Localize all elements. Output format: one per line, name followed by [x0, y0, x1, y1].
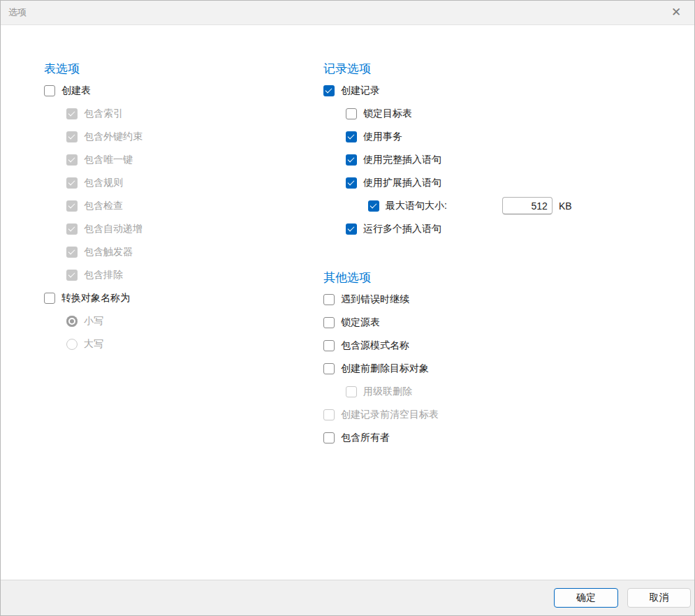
- option-label: 创建表: [61, 85, 91, 97]
- option-label: 锁定目标表: [363, 108, 412, 120]
- option-row: 使用扩展插入语句: [323, 171, 687, 194]
- dialog-title: 选项: [1, 6, 27, 19]
- cancel-button[interactable]: 取消: [627, 588, 691, 608]
- option-label: 包含触发器: [84, 246, 133, 258]
- checkbox-include-checks: [66, 200, 78, 212]
- options-dialog: 选项 ✕ 表选项 创建表 包含索引 包含外键约束 包含唯一键 包含规则 包含检查: [0, 0, 695, 616]
- close-icon[interactable]: ✕: [665, 1, 687, 24]
- option-label: 包含检查: [84, 200, 123, 212]
- option-row: 包含检查: [44, 194, 309, 217]
- checkbox-lock-source-tables[interactable]: [323, 317, 335, 328]
- option-label: 创建前删除目标对象: [341, 362, 429, 375]
- checkbox-include-auto-increment: [66, 223, 78, 235]
- option-row: 小写: [44, 309, 309, 332]
- option-label: 包含索引: [84, 108, 123, 120]
- checkbox-continue-on-error[interactable]: [323, 294, 335, 305]
- checkbox-create-table[interactable]: [44, 85, 55, 96]
- right-column: 记录选项 创建记录 锁定目标表 使用事务 使用完整插入语句 使用扩展插入语句 最…: [323, 61, 687, 449]
- titlebar: 选项 ✕: [1, 1, 694, 25]
- table-options-header: 表选项: [44, 61, 309, 78]
- checkbox-include-source-schema[interactable]: [323, 340, 335, 351]
- checkbox-use-transaction[interactable]: [346, 131, 357, 142]
- checkbox-include-triggers: [66, 247, 78, 258]
- option-row: 包含源模式名称: [323, 334, 687, 357]
- option-label: 使用事务: [363, 131, 402, 143]
- option-label: 锁定源表: [341, 316, 380, 329]
- option-row: 创建记录: [323, 79, 687, 102]
- checkbox-run-multiple-insert[interactable]: [346, 223, 357, 235]
- footer-bar: 确定 取消: [1, 580, 694, 615]
- checkbox-empty-target-before-records: [323, 409, 335, 420]
- checkbox-include-rules: [66, 177, 78, 189]
- option-label: 包含所有者: [341, 432, 390, 444]
- ok-button[interactable]: 确定: [554, 588, 618, 608]
- option-row: 包含唯一键: [44, 148, 309, 171]
- option-label: 使用完整插入语句: [363, 154, 441, 166]
- option-label: 大写: [84, 338, 103, 351]
- option-label: 遇到错误时继续: [341, 293, 409, 306]
- table-options-section: 表选项 创建表 包含索引 包含外键约束 包含唯一键 包含规则 包含检查 包含自动…: [44, 61, 309, 355]
- option-label: 最大语句大小:: [386, 200, 447, 212]
- checkbox-create-records[interactable]: [323, 85, 335, 96]
- checkbox-max-statement-size[interactable]: [368, 200, 379, 212]
- option-label: 小写: [84, 315, 103, 328]
- record-options-header: 记录选项: [323, 61, 687, 78]
- option-label: 包含规则: [84, 177, 123, 189]
- option-label: 使用扩展插入语句: [363, 177, 441, 189]
- checkbox-cascade-delete: [346, 386, 357, 397]
- option-row: 最大语句大小: KB: [323, 194, 687, 217]
- option-label: 包含外键约束: [84, 131, 142, 143]
- option-row: 锁定目标表: [323, 102, 687, 125]
- option-row: 包含所有者: [323, 426, 687, 449]
- checkbox-include-foreign-keys: [66, 131, 78, 142]
- checkbox-use-complete-insert[interactable]: [346, 154, 357, 166]
- option-row: 大写: [44, 332, 309, 355]
- option-label: 用级联删除: [363, 386, 412, 398]
- max-statement-size-input[interactable]: [502, 197, 553, 214]
- radio-uppercase: [66, 339, 78, 350]
- option-row: 使用事务: [323, 125, 687, 148]
- option-row: 锁定源表: [323, 311, 687, 334]
- size-unit-label: KB: [559, 200, 572, 212]
- checkbox-drop-target-before-create[interactable]: [323, 363, 335, 374]
- option-row: 包含外键约束: [44, 125, 309, 148]
- option-label: 转换对象名称为: [61, 292, 130, 305]
- option-row: 用级联删除: [323, 380, 687, 403]
- checkbox-include-indexes: [66, 108, 78, 119]
- option-row: 包含自动递增: [44, 217, 309, 240]
- option-row: 遇到错误时继续: [323, 288, 687, 311]
- option-label: 创建记录前清空目标表: [341, 409, 439, 421]
- option-row: 创建前删除目标对象: [323, 357, 687, 380]
- checkbox-convert-object-names[interactable]: [44, 293, 55, 304]
- option-label: 创建记录: [341, 85, 380, 97]
- checkbox-include-owner[interactable]: [323, 432, 335, 443]
- option-label: 运行多个插入语句: [363, 223, 441, 235]
- option-row: 包含排除: [44, 263, 309, 286]
- option-row: 运行多个插入语句: [323, 217, 687, 240]
- option-label: 包含排除: [84, 269, 123, 281]
- checkbox-include-unique-keys: [66, 154, 78, 166]
- option-row: 创建表: [44, 79, 309, 102]
- option-row: 转换对象名称为: [44, 286, 309, 309]
- other-options-header: 其他选项: [323, 270, 687, 286]
- checkbox-lock-target-tables[interactable]: [346, 108, 357, 119]
- option-row: 包含索引: [44, 102, 309, 125]
- option-label: 包含源模式名称: [341, 339, 409, 352]
- checkbox-use-extended-insert[interactable]: [346, 177, 357, 189]
- option-label: 包含自动递增: [84, 223, 142, 235]
- option-label: 包含唯一键: [84, 154, 133, 166]
- option-row: 包含触发器: [44, 240, 309, 263]
- option-row: 使用完整插入语句: [323, 148, 687, 171]
- option-row: 创建记录前清空目标表: [323, 403, 687, 426]
- checkbox-include-excludes: [66, 270, 78, 281]
- option-row: 包含规则: [44, 171, 309, 194]
- radio-lowercase: [66, 316, 78, 327]
